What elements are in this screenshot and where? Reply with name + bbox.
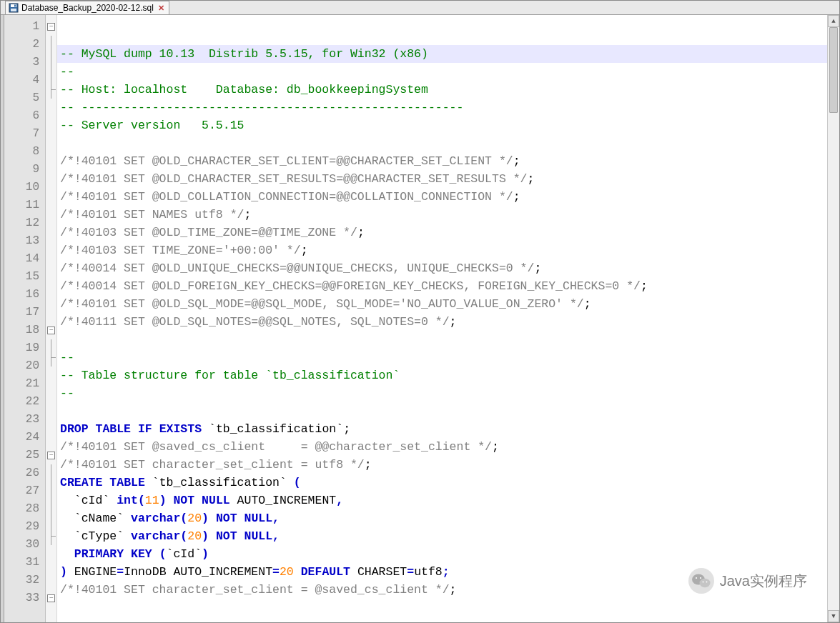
line-number[interactable]: 21 — [4, 375, 39, 393]
fold-column[interactable]: −−−− — [46, 15, 57, 622]
fold-row — [46, 536, 56, 554]
code-line[interactable]: -- MySQL dump 10.13 Distrib 5.5.15, for … — [57, 45, 827, 63]
code-line[interactable]: /*!40103 SET TIME_ZONE='+00:00' */; — [57, 241, 827, 259]
code-line[interactable]: PRIMARY KEY (`cId`) — [57, 545, 827, 563]
scroll-down-button[interactable]: ▼ — [828, 610, 839, 622]
code-line[interactable]: -- — [57, 617, 827, 622]
code-line[interactable]: `cName` varchar(20) NOT NULL, — [57, 509, 827, 527]
line-number[interactable]: 28 — [4, 500, 39, 518]
line-number[interactable]: 32 — [4, 572, 39, 589]
line-number[interactable]: 5 — [4, 89, 39, 107]
token: ; — [584, 297, 591, 311]
fold-toggle[interactable]: − — [47, 23, 55, 31]
code-line[interactable]: /*!40101 SET @OLD_COLLATION_CONNECTION=@… — [57, 188, 827, 206]
code-line[interactable]: -- — [57, 349, 827, 367]
code-line[interactable]: /*!40101 SET character_set_client = utf8… — [57, 456, 827, 474]
fold-row: − — [46, 447, 56, 464]
code-line[interactable]: /*!40101 SET @OLD_CHARACTER_SET_CLIENT=@… — [57, 152, 827, 170]
token: NULL — [244, 512, 273, 525]
code-line[interactable]: /*!40014 SET @OLD_UNIQUE_CHECKS=@@UNIQUE… — [57, 259, 827, 277]
token: `tb_classification` — [202, 422, 343, 436]
line-number[interactable]: 3 — [4, 54, 39, 71]
code-line[interactable]: CREATE TABLE `tb_classification` ( — [57, 474, 827, 492]
scroll-up-button[interactable]: ▲ — [828, 15, 839, 27]
fold-row: − — [46, 589, 56, 607]
line-number[interactable]: 19 — [4, 339, 39, 357]
line-number[interactable]: 26 — [4, 464, 39, 482]
code-area[interactable]: -- MySQL dump 10.13 Distrib 5.5.15, for … — [57, 15, 827, 622]
code-line[interactable]: ) ENGINE=InnoDB AUTO_INCREMENT=20 DEFAUL… — [57, 563, 827, 581]
line-number[interactable]: 31 — [4, 554, 39, 572]
code-line[interactable]: /*!40101 SET @OLD_CHARACTER_SET_RESULTS=… — [57, 170, 827, 188]
code-line[interactable]: `cId` int(11) NOT NULL AUTO_INCREMENT, — [57, 492, 827, 509]
scroll-track[interactable] — [828, 27, 839, 610]
fold-row — [46, 143, 56, 161]
fold-row — [46, 339, 56, 357]
line-number[interactable]: 16 — [4, 286, 39, 304]
line-number[interactable]: 8 — [4, 143, 39, 161]
line-number[interactable]: 4 — [4, 71, 39, 89]
line-number[interactable]: 14 — [4, 250, 39, 268]
line-number[interactable]: 33 — [4, 589, 39, 607]
code-line[interactable]: -- Host: localhost Database: db_bookkeep… — [57, 81, 827, 99]
code-line[interactable] — [57, 134, 827, 152]
tab-close-button[interactable]: ✕ — [158, 4, 164, 13]
fold-row — [46, 54, 56, 71]
line-number[interactable]: 27 — [4, 482, 39, 500]
code-line[interactable]: /*!40111 SET @OLD_SQL_NOTES=@@SQL_NOTES,… — [57, 313, 827, 331]
line-number[interactable]: 12 — [4, 214, 39, 232]
token: , — [336, 494, 343, 507]
token: ) — [202, 547, 209, 561]
line-number-gutter[interactable]: 1234567891011121314151617181920212223242… — [4, 15, 46, 622]
line-number[interactable]: 25 — [4, 447, 39, 464]
line-number[interactable]: 13 — [4, 232, 39, 250]
vertical-scrollbar[interactable]: ▲ ▼ — [827, 15, 839, 622]
file-tab[interactable]: Database_Backup_2020-02-12.sql ✕ — [5, 1, 169, 14]
line-number[interactable]: 6 — [4, 107, 39, 125]
code-line[interactable]: `cType` varchar(20) NOT NULL, — [57, 527, 827, 545]
code-line[interactable]: /*!40103 SET @OLD_TIME_ZONE=@@TIME_ZONE … — [57, 224, 827, 241]
line-number[interactable]: 9 — [4, 161, 39, 179]
line-number[interactable]: 11 — [4, 196, 39, 214]
token: = — [272, 565, 280, 579]
code-line[interactable]: /*!40101 SET @saved_cs_client = @@charac… — [57, 438, 827, 456]
code-line[interactable]: -- -------------------------------------… — [57, 99, 827, 116]
token: ) — [202, 512, 209, 525]
token: /*!40101 SET @OLD_CHARACTER_SET_RESULTS=… — [60, 172, 528, 186]
fold-toggle[interactable]: − — [47, 452, 55, 459]
token: -- — [60, 387, 74, 400]
line-number[interactable]: 2 — [4, 36, 39, 54]
line-number[interactable]: 29 — [4, 518, 39, 536]
line-number[interactable]: 7 — [4, 125, 39, 143]
code-line[interactable]: -- — [57, 384, 827, 402]
token: = — [117, 565, 124, 579]
code-line[interactable]: -- Server version 5.5.15 — [57, 116, 827, 134]
code-line[interactable]: /*!40014 SET @OLD_FOREIGN_KEY_CHECKS=@@F… — [57, 277, 827, 295]
code-line[interactable] — [57, 402, 827, 420]
line-number[interactable]: 15 — [4, 268, 39, 286]
line-number[interactable]: 18 — [4, 322, 39, 339]
code-line[interactable] — [57, 331, 827, 349]
line-number[interactable]: 30 — [4, 536, 39, 554]
line-number[interactable]: 1 — [4, 18, 39, 36]
code-line[interactable]: /*!40101 SET character_set_client = @sav… — [57, 581, 827, 599]
fold-row — [46, 357, 56, 375]
code-line[interactable]: /*!40101 SET @OLD_SQL_MODE=@@SQL_MODE, S… — [57, 295, 827, 313]
code-line[interactable]: DROP TABLE IF EXISTS `tb_classification`… — [57, 420, 827, 438]
code-line[interactable]: -- Table structure for table `tb_classif… — [57, 367, 827, 384]
fold-row — [46, 268, 56, 286]
code-line[interactable]: /*!40101 SET NAMES utf8 */; — [57, 206, 827, 224]
token: `cType` — [60, 529, 131, 543]
code-line[interactable]: -- — [57, 63, 827, 81]
line-number[interactable]: 22 — [4, 393, 39, 411]
line-number[interactable]: 23 — [4, 411, 39, 429]
fold-toggle[interactable]: − — [47, 327, 55, 334]
code-line[interactable] — [57, 599, 827, 617]
token — [237, 529, 244, 543]
line-number[interactable]: 10 — [4, 179, 39, 196]
scroll-thumb[interactable] — [829, 27, 838, 113]
line-number[interactable]: 17 — [4, 304, 39, 322]
line-number[interactable]: 24 — [4, 429, 39, 447]
line-number[interactable]: 20 — [4, 357, 39, 375]
fold-toggle[interactable]: − — [47, 594, 55, 602]
